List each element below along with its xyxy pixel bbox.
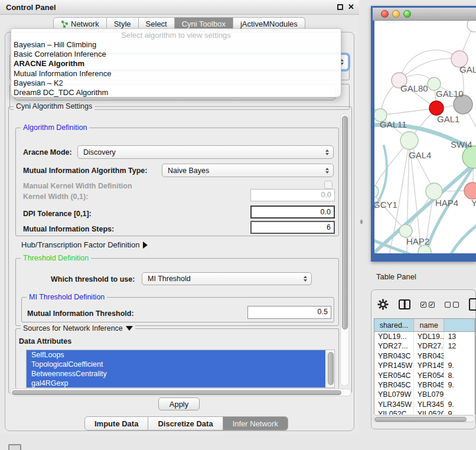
network-edge <box>399 50 459 80</box>
dpi-tolerance-label: DPI Tolerance [0,1]: <box>23 210 92 218</box>
dpi-tolerance-field[interactable]: 0.0 <box>250 206 335 219</box>
apply-button[interactable]: Apply <box>158 397 200 410</box>
node-label: GAL <box>459 64 476 74</box>
table-row[interactable]: YIL052CYIL052C9 <box>374 409 475 415</box>
which-threshold-label: Which threshold to use: <box>51 275 135 283</box>
aracne-mode-value: Discovery <box>83 148 116 156</box>
table-header-row: shared...name <box>374 319 475 332</box>
algorithm-option[interactable]: Mutual Information Inference <box>11 69 341 79</box>
network-edge <box>449 223 476 253</box>
bottom-tab-impute-data[interactable]: Impute Data <box>84 416 148 431</box>
combo-stepper-icon <box>304 276 307 282</box>
table-cell: YIL052C <box>374 409 414 415</box>
node-label: GCY1 <box>374 200 397 210</box>
network-view-window[interactable]: GALGAL80GAL10GAL1GAL11SWI4GAL4GCY1HAP4YH… <box>371 6 476 262</box>
settings-vertical-scrollbar[interactable] <box>340 113 349 386</box>
manual-kernel-checkbox[interactable] <box>324 181 332 189</box>
network-edge <box>380 108 436 115</box>
bottom-tab-discretize-data[interactable]: Discretize Data <box>148 416 223 431</box>
data-attributes-list[interactable]: SelfLoopsTopologicalCoefficientBetweenne… <box>26 350 335 388</box>
close-traffic-light-icon[interactable] <box>381 10 389 18</box>
network-node-hap4[interactable] <box>426 183 442 200</box>
tab-label: Style <box>114 19 131 28</box>
tab-label: Cyni Toolbox <box>182 19 226 28</box>
table-cell: YBR043C <box>414 351 445 361</box>
tab-label: jActiveMNodules <box>240 19 298 28</box>
table-row[interactable]: YBR045CYBR045C9. <box>374 380 475 390</box>
close-icon[interactable]: ✕ <box>348 2 354 11</box>
settings-horizontal-scrollbar[interactable] <box>10 389 351 396</box>
network-node-hap2[interactable] <box>399 224 412 237</box>
table-cell: YIL052C <box>414 409 445 415</box>
attributes-scrollbar[interactable] <box>326 351 334 387</box>
attribute-item[interactable]: BetweennessCentrality <box>27 369 325 379</box>
sources-group-title[interactable]: Sources for Network Inference <box>21 324 135 332</box>
mi-threshold-label: Mutual Information Threshold: <box>27 309 134 318</box>
network-canvas[interactable]: GALGAL80GAL10GAL1GAL11SWI4GAL4GCY1HAP4YH… <box>374 21 476 253</box>
cyni-bottom-tabs: Impute DataDiscretize DataInfer Network <box>84 416 288 431</box>
algorithm-option[interactable]: Bayesian – Hill Climbing <box>11 40 341 50</box>
checked-columns-icon[interactable]: ✓✓ <box>420 302 435 308</box>
table-row[interactable]: YLR345WYLR345W9. <box>374 400 475 409</box>
columns-icon[interactable] <box>399 299 410 309</box>
bottom-tab-infer-network[interactable]: Infer Network <box>223 416 288 431</box>
hub-definition-expander[interactable]: Hub/Transcription Factor Definition <box>21 240 148 249</box>
table-row[interactable]: YDL19...YDL19...13 <box>374 332 475 341</box>
table-panel-title: Table Panel <box>376 272 416 281</box>
unchecked-columns-icon[interactable] <box>445 302 459 308</box>
algorithm-option[interactable]: ARACNE Algorithm <box>11 59 341 69</box>
attribute-item[interactable]: TopologicalCoefficient <box>27 360 325 369</box>
table-row[interactable]: YBL079WYBL079W <box>374 390 475 399</box>
attribute-item[interactable]: gal4RGexp <box>27 379 325 388</box>
mi-type-combobox[interactable]: Naive Bayes <box>162 164 334 177</box>
table-cell: 8. <box>444 371 475 380</box>
table-panel: ✓✓ shared...name YDL19...YDL19...13YDR27… <box>371 289 476 429</box>
table-cell: 9 <box>444 409 475 415</box>
algorithm-option[interactable]: Basic Correlation Inference <box>11 50 341 59</box>
mi-steps-label: Mutual Information Steps: <box>23 225 114 233</box>
column-header[interactable]: shared... <box>374 319 414 331</box>
combo-stepper-icon <box>325 168 329 174</box>
network-node[interactable] <box>467 21 476 32</box>
aracne-mode-label: Aracne Mode: <box>23 148 72 156</box>
algorithm-option[interactable]: Bayesian – K2 <box>11 79 341 88</box>
table-row[interactable]: YER054CYER054C8. <box>374 371 475 380</box>
table-row[interactable]: YPR145WYPR145W9. <box>374 361 475 370</box>
mi-threshold-field[interactable]: 0.5 <box>247 306 331 319</box>
network-node-gal4[interactable] <box>400 132 418 149</box>
table-row[interactable]: YDR27...YDR27...12 <box>374 341 475 351</box>
network-node-gal1[interactable] <box>429 101 444 115</box>
algorithm-placeholder: Select algorithm to view settings <box>11 29 341 40</box>
column-header[interactable]: name <box>414 319 445 331</box>
table-cell: YLR345W <box>414 400 445 409</box>
network-node-gcy1[interactable] <box>374 185 379 198</box>
table-cell: 13 <box>444 332 475 341</box>
which-threshold-combobox[interactable]: MI Threshold <box>142 272 312 285</box>
column-header[interactable] <box>444 319 475 331</box>
kernel-width-field[interactable]: 0.0 <box>250 189 335 201</box>
node-attribute-table[interactable]: shared...name YDL19...YDL19...13YDR27...… <box>374 318 475 415</box>
network-node-y[interactable] <box>464 182 476 199</box>
mi-steps-field[interactable]: 6 <box>250 221 335 234</box>
aracne-mode-combobox[interactable]: Discovery <box>77 145 334 159</box>
table-horizontal-scrollbar[interactable] <box>373 415 475 422</box>
hub-definition-label: Hub/Transcription Factor Definition <box>21 240 139 249</box>
float-window-icon[interactable] <box>337 4 343 10</box>
splitter-handle[interactable] <box>360 220 363 224</box>
minimized-panel-icon[interactable] <box>8 444 21 450</box>
table-cell: YER054C <box>414 371 445 380</box>
attribute-item[interactable]: SelfLoops <box>27 350 325 360</box>
which-threshold-value: MI Threshold <box>148 275 191 283</box>
manual-kernel-label: Manual Kernel Width Definition <box>23 182 132 190</box>
document-icon[interactable] <box>469 298 476 311</box>
algorithm-option[interactable]: Dream8 DC_TDC Algorithm <box>11 88 341 97</box>
gear-icon[interactable] <box>377 299 389 310</box>
table-cell: YDR27... <box>414 341 445 351</box>
minimize-traffic-light-icon[interactable] <box>392 10 400 18</box>
table-cell: YER054C <box>374 371 414 380</box>
node-label: GAL1 <box>437 114 459 124</box>
zoom-traffic-light-icon[interactable] <box>403 10 411 18</box>
sources-title-text: Sources for Network Inference <box>23 324 123 332</box>
table-row[interactable]: YBR043CYBR043C <box>374 351 475 361</box>
network-window-titlebar[interactable] <box>373 8 476 21</box>
